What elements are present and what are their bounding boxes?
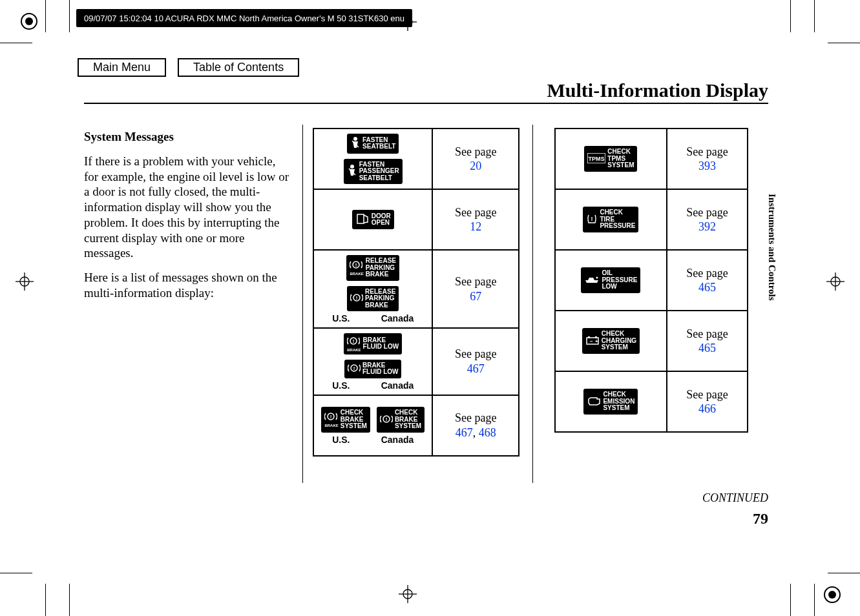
indicator-cell: !BRAKERELEASE PARKING BRAKE!RELEASE PARK… (313, 250, 432, 328)
indicator-text: CHECK BRAKE SYSTEM (341, 409, 367, 430)
table-of-contents-button[interactable]: Table of Contents (178, 58, 299, 77)
variant-label-us: U.S. (332, 380, 350, 391)
page-link[interactable]: 20 (470, 159, 481, 172)
table-row: TPMSCHECK TPMS SYSTEMSee page393 (555, 128, 748, 189)
indicator-cell: !BRAKECHECK BRAKE SYSTEM!CHECK BRAKE SYS… (313, 395, 432, 456)
continued-label: CONTINUED (702, 491, 768, 505)
tpms-box-icon: TPMS (587, 153, 605, 165)
page-link[interactable]: 468 (479, 426, 496, 439)
brake-fluid-low-canada-indicator: !BRAKE FLUID LOW (344, 360, 402, 378)
svg-point-16 (353, 137, 357, 141)
svg-text:!: ! (353, 365, 355, 371)
check-tpms-system-indicator: TPMSCHECK TPMS SYSTEM (584, 146, 637, 172)
variant-label-canada: Canada (381, 435, 414, 445)
crop-line (45, 0, 46, 32)
page-reference-cell: See page466 (667, 371, 748, 432)
indicator-cell: !CHECK TIRE PRESSURE (555, 189, 667, 250)
see-page-label: See page (437, 274, 514, 289)
registration-mark-icon (823, 585, 842, 604)
variant-label-us: U.S. (332, 435, 350, 445)
page-link[interactable]: 465 (698, 342, 716, 354)
svg-text:!: ! (355, 262, 357, 268)
indicator-cell: TPMSCHECK TPMS SYSTEM (555, 128, 667, 189)
indicator-text: FASTEN SEATBELT (362, 137, 395, 150)
page-reference-cell: See page393 (667, 128, 748, 189)
door-open-indicator: DOOR OPEN (352, 210, 394, 230)
variant-label-us: U.S. (332, 313, 350, 323)
table-row: −+CHECK CHARGING SYSTEMSee page465 (555, 311, 748, 371)
indicator-text: CHECK CHARGING SYSTEM (602, 331, 636, 351)
release-parking-brake-canada-icon: ! (350, 293, 363, 305)
page-reference-cell: See page465 (667, 311, 748, 371)
table-row: CHECK EMISSION SYSTEMSee page466 (555, 371, 748, 432)
check-brake-system-us-indicator: !BRAKECHECK BRAKE SYSTEM (321, 407, 370, 433)
crop-line (0, 573, 32, 573)
page-link[interactable]: 393 (698, 159, 716, 172)
brake-fluid-low-canada-icon: ! (348, 363, 361, 375)
indicator-text: OIL PRESSURE LOW (602, 270, 637, 291)
svg-point-3 (828, 591, 836, 599)
page-reference-cell: See page465 (667, 250, 748, 311)
fasten-passenger-seatbelt-icon (347, 164, 357, 179)
brake-warning-icon: !BRAKE (347, 336, 361, 352)
svg-text:+: + (595, 338, 598, 344)
body-paragraph: Here is a list of messages shown on the … (84, 270, 291, 301)
body-paragraph: If there is a problem with your vehicle,… (84, 154, 291, 261)
variant-label-canada: Canada (381, 380, 414, 391)
brake-fluid-low-us-indicator: !BRAKEBRAKE FLUID LOW (344, 333, 402, 354)
check-tire-pressure-icon: ! (586, 213, 598, 227)
page-link[interactable]: 466 (698, 402, 716, 415)
svg-text:!: ! (353, 338, 355, 344)
crop-line (814, 0, 815, 32)
see-page-label: See page (671, 387, 743, 402)
indicator-text: RELEASE PARKING BRAKE (365, 289, 395, 309)
page-reference-cell: See page67 (432, 250, 519, 328)
indicator-cell: DOOR OPEN (313, 189, 432, 250)
crosshair-icon (826, 272, 844, 291)
page-link[interactable]: 67 (470, 290, 481, 303)
svg-text:!: ! (591, 216, 593, 222)
indicator-cell: −+CHECK CHARGING SYSTEM (555, 311, 667, 371)
indicator-text: DOOR OPEN (372, 213, 391, 227)
release-parking-brake-canada-indicator: !RELEASE PARKING BRAKE (347, 286, 399, 312)
page-link[interactable]: 12 (470, 220, 481, 233)
brake-warning-icon: !BRAKE (350, 260, 363, 276)
page-title: Multi-Information Display (547, 79, 768, 101)
crop-line (45, 584, 46, 616)
svg-text:−: − (590, 338, 593, 344)
indicator-cell: OIL PRESSURE LOW (555, 250, 667, 311)
door-open-icon (355, 212, 370, 227)
crop-line (828, 43, 860, 43)
document-metadata-text: 09/07/07 15:02:04 10 ACURA RDX MMC North… (84, 14, 404, 23)
page-link[interactable]: 465 (698, 281, 716, 294)
page-reference-cell: See page12 (432, 189, 519, 250)
crop-line (69, 0, 70, 32)
page-number: 79 (753, 510, 768, 528)
indicator-text: BRAKE FLUID LOW (363, 337, 399, 351)
crop-line (828, 573, 860, 573)
table-row: !BRAKEBRAKE FLUID LOW!BRAKE FLUID LOWU.S… (313, 328, 519, 395)
registration-mark-icon (19, 12, 39, 31)
page-link[interactable]: 467 (467, 362, 485, 375)
check-brake-system-canada-indicator: !CHECK BRAKE SYSTEM (377, 407, 425, 433)
crop-line (790, 584, 791, 616)
messages-table-right: TPMSCHECK TPMS SYSTEMSee page393!CHECK T… (554, 128, 748, 433)
variant-label-canada: Canada (381, 313, 414, 323)
table-row: FASTEN SEATBELTFASTEN PASSENGER SEATBELT… (313, 128, 519, 189)
crosshair-icon (16, 272, 34, 291)
indicator-text: FASTEN PASSENGER SEATBELT (359, 161, 399, 182)
see-page-label: See page (437, 347, 514, 362)
svg-point-33 (596, 276, 598, 278)
table-row: OIL PRESSURE LOWSee page465 (555, 250, 748, 311)
page-link[interactable]: 392 (698, 220, 716, 233)
see-page-label: See page (671, 145, 743, 159)
column-guide (302, 125, 303, 483)
crop-line (69, 584, 70, 616)
page-link[interactable]: 467 (456, 426, 473, 439)
page-reference-cell: See page467 (432, 328, 519, 395)
oil-pressure-low-icon (584, 275, 600, 286)
brake-warning-icon: !BRAKE (324, 411, 338, 427)
indicator-cell: FASTEN SEATBELTFASTEN PASSENGER SEATBELT (313, 128, 432, 189)
document-metadata-strip: 09/07/07 15:02:04 10 ACURA RDX MMC North… (76, 9, 412, 27)
main-menu-button[interactable]: Main Menu (78, 58, 166, 77)
